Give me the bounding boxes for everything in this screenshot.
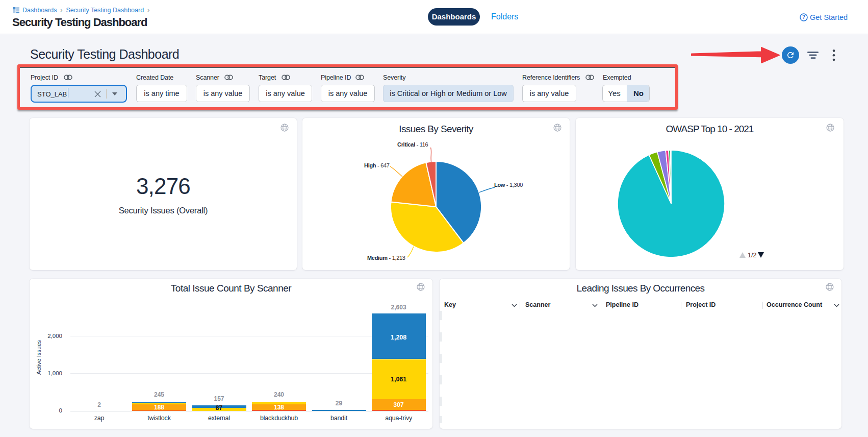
svg-text:?: ? <box>802 14 805 20</box>
